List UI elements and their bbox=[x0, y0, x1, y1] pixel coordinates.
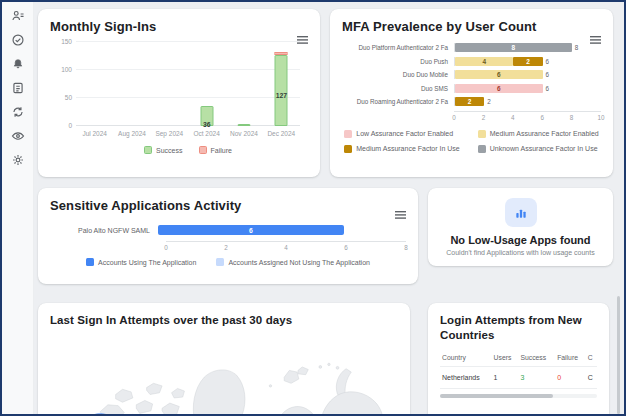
bar-segment[interactable]: 2 bbox=[455, 97, 484, 106]
x-axis: 0246810 bbox=[454, 111, 601, 120]
bar-total-label: 6 bbox=[546, 85, 550, 92]
bar-chart-icon bbox=[505, 198, 537, 227]
category-label: Palo Alto NGFW SAML bbox=[50, 227, 158, 234]
sidebar-item-users[interactable] bbox=[8, 9, 28, 26]
card-sign-in-map: Last Sign In Attempts over the past 30 d… bbox=[38, 303, 410, 416]
sensitive-applications-chart: Palo Alto NGFW SAML602468Accounts Using … bbox=[50, 225, 406, 266]
table-column-header: Country bbox=[440, 350, 492, 367]
dashboard: Monthly Sign-Ins 05010015036127Jul 2024A… bbox=[34, 2, 624, 414]
sidebar-item-sync[interactable] bbox=[8, 105, 28, 122]
x-axis-tick-label: Nov 2024 bbox=[225, 130, 262, 137]
bar-track: 66 bbox=[454, 84, 601, 93]
legend-label: Medium Assurance Factor In Use bbox=[356, 145, 460, 152]
bar-track: 88 bbox=[454, 43, 601, 52]
legend-item[interactable]: Accounts Assigned Not Using The Applicat… bbox=[216, 258, 370, 266]
legend-label: Accounts Assigned Not Using The Applicat… bbox=[228, 259, 370, 266]
bar-row: Palo Alto NGFW SAML6 bbox=[50, 225, 406, 235]
x-axis-tick-label: Dec 2024 bbox=[263, 130, 300, 137]
table-horizontal-scrollbar[interactable] bbox=[440, 394, 597, 398]
bar-track: 66 bbox=[454, 70, 601, 79]
bar-segment[interactable]: 8 bbox=[455, 43, 572, 52]
x-axis-tick-label: 10 bbox=[597, 114, 604, 121]
bar-segment[interactable] bbox=[238, 124, 251, 126]
card-mfa-prevalence: MFA Prevalence by User Count Duo Platfor… bbox=[330, 9, 613, 177]
table-cell-success: 3 bbox=[518, 366, 555, 388]
sidebar bbox=[2, 2, 34, 414]
y-axis-tick-label: 150 bbox=[52, 38, 72, 45]
legend-label: Failure bbox=[211, 147, 232, 154]
bar-track: 22 bbox=[454, 97, 601, 106]
bar-row: Duo Duo Mobile66 bbox=[342, 70, 601, 79]
sidebar-item-monitor[interactable] bbox=[8, 129, 28, 146]
monthly-sign-ins-title: Monthly Sign-Ins bbox=[50, 19, 308, 34]
x-axis-tick-label: 6 bbox=[344, 244, 348, 251]
table-cell-truncated: C bbox=[586, 366, 597, 388]
x-axis-labels: Jul 2024Aug 2024Sep 2024Oct 2024Nov 2024… bbox=[76, 130, 300, 137]
x-axis-tick-label: 4 bbox=[511, 114, 515, 121]
chart-legend: Accounts Using The ApplicationAccounts A… bbox=[50, 258, 406, 266]
sidebar-item-checks[interactable] bbox=[8, 33, 28, 50]
chart-plot-area: Duo Platform Authenticator 2 Fa88Duo Pus… bbox=[342, 43, 601, 106]
gridline: 100 bbox=[76, 69, 300, 70]
screenshot-frame: Monthly Sign-Ins 05010015036127Jul 2024A… bbox=[0, 0, 626, 416]
sign-in-map-title: Last Sign In Attempts over the past 30 d… bbox=[50, 313, 398, 328]
card-no-low-usage-apps: No Low-Usage Apps found Couldn't find Ap… bbox=[428, 188, 613, 266]
bar-track: 426 bbox=[454, 57, 601, 66]
legend-swatch bbox=[478, 145, 486, 153]
table-column-header: Users bbox=[492, 350, 519, 367]
x-axis-tick-label: 4 bbox=[284, 244, 288, 251]
app-window: Monthly Sign-Ins 05010015036127Jul 2024A… bbox=[2, 2, 624, 414]
bar-group[interactable]: 36 bbox=[200, 106, 213, 126]
x-axis-tick-label: 2 bbox=[224, 244, 228, 251]
category-label: Duo SMS bbox=[342, 85, 454, 92]
x-axis-tick-label: Oct 2024 bbox=[188, 130, 225, 137]
legend-item[interactable]: Unknown Assurance Factor In Use bbox=[478, 145, 599, 153]
category-label: Duo Platform Authenticator 2 Fa bbox=[342, 44, 454, 51]
bar-group[interactable] bbox=[238, 124, 251, 126]
sidebar-item-alerts[interactable] bbox=[8, 57, 28, 74]
world-map[interactable] bbox=[50, 336, 398, 416]
legend-item[interactable]: Medium Assurance Factor Enabled bbox=[478, 130, 599, 138]
legend-swatch bbox=[344, 130, 352, 138]
bar-segment[interactable]: 4 bbox=[455, 57, 513, 66]
x-axis: 02468 bbox=[166, 241, 406, 251]
legend-item[interactable]: Accounts Using The Application bbox=[86, 258, 196, 266]
bar-segment[interactable]: 2 bbox=[513, 57, 542, 66]
y-axis-tick-label: 0 bbox=[52, 122, 72, 129]
x-axis-tick-label: 2 bbox=[482, 114, 486, 121]
x-axis-tick-label: 0 bbox=[452, 114, 456, 121]
page-scrollbar[interactable] bbox=[617, 296, 620, 414]
monthly-sign-ins-chart: 05010015036127Jul 2024Aug 2024Sep 2024Oc… bbox=[50, 42, 308, 154]
sync-icon bbox=[11, 105, 25, 122]
legend-item[interactable]: Success bbox=[144, 146, 182, 154]
bar-row: Duo Push426 bbox=[342, 57, 601, 66]
bar-total-label: 8 bbox=[575, 44, 579, 51]
sidebar-item-reports[interactable] bbox=[8, 81, 28, 98]
chart-legend: SuccessFailure bbox=[76, 146, 300, 154]
bar-segment[interactable]: 6 bbox=[455, 84, 543, 93]
bar-segment[interactable]: 6 bbox=[455, 70, 543, 79]
bar-segment[interactable]: 6 bbox=[158, 225, 344, 235]
legend-item[interactable]: Low Assurance Factor Enabled bbox=[344, 130, 460, 138]
chart-menu-icon[interactable] bbox=[394, 210, 407, 220]
x-axis-tick-label: 8 bbox=[404, 244, 408, 251]
scrollbar-thumb[interactable] bbox=[440, 394, 553, 398]
legend-swatch bbox=[86, 258, 94, 266]
legend-item[interactable]: Failure bbox=[199, 146, 232, 154]
bar-value-label: 36 bbox=[200, 120, 213, 127]
legend-label: Unknown Assurance Factor In Use bbox=[490, 145, 598, 152]
bar-row: Duo Roaming Authenticator 2 Fa22 bbox=[342, 97, 601, 106]
bar-group[interactable]: 127 bbox=[275, 52, 288, 126]
legend-swatch bbox=[144, 146, 152, 154]
bar-total-label: 6 bbox=[546, 58, 550, 65]
sidebar-item-settings[interactable] bbox=[8, 153, 28, 170]
table-row[interactable]: Netherlands130C bbox=[440, 366, 597, 388]
table-column-header: Success bbox=[518, 350, 555, 367]
no-low-usage-title: No Low-Usage Apps found bbox=[450, 234, 590, 246]
card-monthly-sign-ins: Monthly Sign-Ins 05010015036127Jul 2024A… bbox=[38, 9, 320, 177]
eye-icon bbox=[11, 129, 25, 146]
legend-label: Accounts Using The Application bbox=[98, 259, 196, 266]
legend-item[interactable]: Medium Assurance Factor In Use bbox=[344, 145, 460, 153]
legend-swatch bbox=[199, 146, 207, 154]
x-axis-tick-label: Jul 2024 bbox=[76, 130, 113, 137]
